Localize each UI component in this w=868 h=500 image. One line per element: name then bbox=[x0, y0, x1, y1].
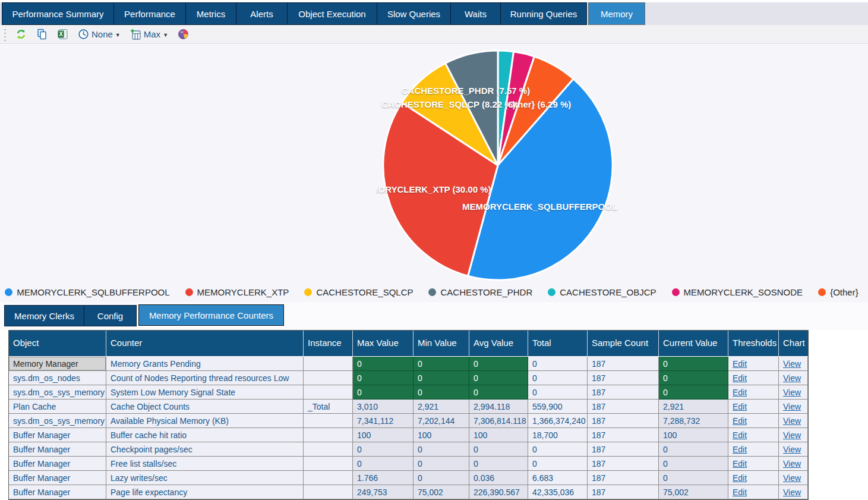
tab-running-queries[interactable]: Running Queries bbox=[501, 3, 586, 24]
tab-performance[interactable]: Performance bbox=[114, 3, 186, 24]
legend-item-cachestore-phdr[interactable]: CACHESTORE_PHDR bbox=[428, 287, 532, 297]
cell-counter[interactable]: System Low Memory Signal State bbox=[106, 385, 304, 400]
cell-min[interactable]: 0 bbox=[414, 385, 469, 400]
cell-thresholds[interactable]: Edit bbox=[728, 357, 779, 371]
cell-counter[interactable]: Count of Nodes Reporting thread resource… bbox=[106, 371, 304, 385]
cell-object[interactable]: Memory Manager bbox=[9, 357, 106, 371]
cell-thresholds[interactable]: Edit bbox=[728, 385, 779, 400]
cell-min[interactable]: 100 bbox=[414, 428, 469, 442]
view-chart-link[interactable]: View bbox=[783, 459, 801, 468]
cell-max[interactable]: 1.766 bbox=[353, 471, 414, 485]
edit-threshold-link[interactable]: Edit bbox=[733, 416, 747, 426]
cell-avg[interactable]: 0 bbox=[469, 442, 528, 457]
cell-max[interactable]: 0 bbox=[353, 457, 414, 471]
legend-item-memoryclerk-xtp[interactable]: MEMORYCLERK_XTP bbox=[185, 287, 289, 297]
cell-sample[interactable]: 187 bbox=[588, 485, 659, 499]
cell-avg[interactable]: 7,306,814.118 bbox=[469, 414, 528, 428]
edit-threshold-link[interactable]: Edit bbox=[733, 373, 747, 383]
cell-sample[interactable]: 187 bbox=[588, 357, 659, 371]
column-header-sample[interactable]: Sample Count bbox=[588, 331, 659, 357]
view-chart-link[interactable]: View bbox=[783, 359, 801, 369]
cell-counter[interactable]: Buffer cache hit ratio bbox=[106, 428, 304, 442]
aggregate-dropdown[interactable]: Max ▼ bbox=[128, 27, 170, 41]
view-chart-link[interactable]: View bbox=[783, 430, 801, 440]
legend-item--other-[interactable]: {Other} bbox=[818, 287, 858, 297]
cell-object[interactable]: sys.dm_os_sys_memory bbox=[9, 385, 106, 400]
cell-counter[interactable]: Checkpoint pages/sec bbox=[106, 442, 304, 457]
edit-threshold-link[interactable]: Edit bbox=[733, 388, 747, 397]
edit-threshold-link[interactable]: Edit bbox=[733, 359, 747, 369]
legend-item-cachestore-objcp[interactable]: CACHESTORE_OBJCP bbox=[548, 287, 656, 297]
cell-total[interactable]: 1,366,374,240 bbox=[528, 414, 588, 428]
column-header-chart[interactable]: Chart bbox=[779, 331, 808, 357]
cell-avg[interactable]: 0 bbox=[469, 385, 528, 400]
memory-clerks-pie-chart[interactable]: {Other} (6.29 %)MEMORYCLERK_SQLBUFFERPOO… bbox=[376, 46, 620, 285]
pie-chart-button[interactable] bbox=[176, 27, 191, 41]
cell-chart[interactable]: View bbox=[779, 357, 808, 371]
view-chart-link[interactable]: View bbox=[783, 488, 801, 497]
tab-config[interactable]: Config bbox=[84, 306, 136, 326]
tab-slow-queries[interactable]: Slow Queries bbox=[377, 3, 451, 24]
cell-chart[interactable]: View bbox=[779, 471, 808, 485]
column-header-thresholds[interactable]: Thresholds bbox=[728, 331, 779, 357]
column-header-max[interactable]: Max Value bbox=[353, 331, 414, 357]
cell-object[interactable]: Plan Cache bbox=[9, 400, 106, 414]
cell-instance[interactable]: _Total bbox=[304, 400, 353, 414]
column-header-total[interactable]: Total bbox=[528, 331, 588, 357]
toolbar-grip-handle[interactable] bbox=[4, 28, 7, 41]
cell-max[interactable]: 0 bbox=[353, 442, 414, 457]
cell-object[interactable]: sys.dm_os_sys_memory bbox=[9, 414, 106, 428]
cell-min[interactable]: 7,202,144 bbox=[414, 414, 469, 428]
cell-sample[interactable]: 187 bbox=[588, 428, 659, 442]
cell-min[interactable]: 0 bbox=[414, 442, 469, 457]
cell-sample[interactable]: 187 bbox=[588, 471, 659, 485]
tab-alerts[interactable]: Alerts bbox=[236, 3, 288, 24]
column-header-min[interactable]: Min Value bbox=[414, 331, 469, 357]
cell-chart[interactable]: View bbox=[779, 485, 808, 499]
column-header-avg[interactable]: Avg Value bbox=[469, 331, 528, 357]
cell-avg[interactable]: 100 bbox=[469, 428, 528, 442]
cell-instance[interactable] bbox=[304, 457, 353, 471]
cell-instance[interactable] bbox=[304, 442, 353, 457]
edit-threshold-link[interactable]: Edit bbox=[733, 430, 747, 440]
cell-current[interactable]: 7,288,732 bbox=[659, 414, 728, 428]
cell-avg[interactable]: 0 bbox=[469, 357, 528, 371]
cell-thresholds[interactable]: Edit bbox=[728, 471, 779, 485]
cell-object[interactable]: Buffer Manager bbox=[9, 428, 106, 442]
cell-thresholds[interactable]: Edit bbox=[728, 485, 779, 499]
cell-sample[interactable]: 187 bbox=[588, 457, 659, 471]
cell-object[interactable]: Buffer Manager bbox=[9, 442, 106, 457]
cell-counter[interactable]: Available Physical Memory (KB) bbox=[106, 414, 304, 428]
cell-total[interactable]: 18,700 bbox=[528, 428, 588, 442]
cell-current[interactable]: 100 bbox=[659, 428, 728, 442]
cell-max[interactable]: 7,341,112 bbox=[353, 414, 414, 428]
export-excel-button[interactable]: X bbox=[55, 27, 70, 41]
tab-memory-clerks[interactable]: Memory Clerks bbox=[5, 306, 84, 326]
cell-object[interactable]: sys.dm_os_nodes bbox=[9, 371, 106, 385]
edit-threshold-link[interactable]: Edit bbox=[733, 445, 747, 454]
tab-memory-performance-counters[interactable]: Memory Performance Counters bbox=[138, 304, 284, 326]
edit-threshold-link[interactable]: Edit bbox=[733, 473, 747, 483]
cell-max[interactable]: 3,010 bbox=[353, 400, 414, 414]
cell-total[interactable]: 559,900 bbox=[528, 400, 588, 414]
view-chart-link[interactable]: View bbox=[783, 473, 801, 483]
cell-counter[interactable]: Lazy writes/sec bbox=[106, 471, 304, 485]
copy-button[interactable] bbox=[34, 27, 49, 41]
cell-thresholds[interactable]: Edit bbox=[728, 400, 779, 414]
cell-counter[interactable]: Page life expectancy bbox=[106, 485, 304, 499]
cell-avg[interactable]: 226,390.567 bbox=[469, 485, 528, 499]
cell-total[interactable]: 0 bbox=[528, 371, 588, 385]
cell-instance[interactable] bbox=[304, 485, 353, 499]
cell-min[interactable]: 2,921 bbox=[414, 400, 469, 414]
cell-min[interactable]: 0 bbox=[414, 457, 469, 471]
cell-instance[interactable] bbox=[304, 371, 353, 385]
cell-instance[interactable] bbox=[304, 428, 353, 442]
cell-thresholds[interactable]: Edit bbox=[728, 457, 779, 471]
tab-object-execution[interactable]: Object Execution bbox=[288, 3, 377, 24]
cell-current[interactable]: 0 bbox=[659, 371, 728, 385]
cell-total[interactable]: 42,335,036 bbox=[528, 485, 588, 499]
cell-object[interactable]: Buffer Manager bbox=[9, 485, 106, 499]
cell-thresholds[interactable]: Edit bbox=[728, 371, 779, 385]
cell-avg[interactable]: 0 bbox=[469, 371, 528, 385]
cell-current[interactable]: 0 bbox=[659, 457, 728, 471]
